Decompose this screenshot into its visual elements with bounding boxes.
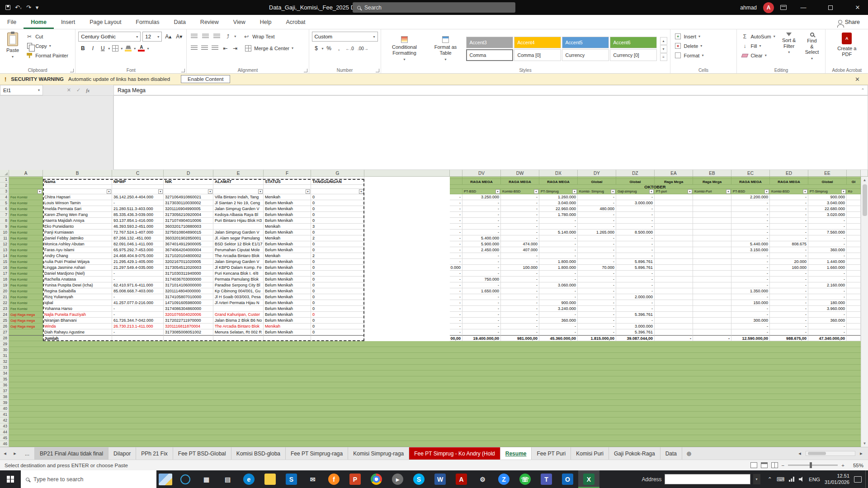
name-box[interactable]: EI1▾ bbox=[0, 85, 43, 95]
cell-tanggungan[interactable]: 0 bbox=[311, 265, 364, 271]
row-header[interactable]: 13 bbox=[0, 247, 9, 253]
select-all-corner[interactable] bbox=[0, 170, 9, 177]
cell-npwp[interactable]: 85.008.668.7-403.000 bbox=[112, 288, 164, 294]
cell-cat[interactable]: Fee Komisi bbox=[9, 194, 43, 200]
cell-npwp[interactable]: 93.137.854.1-416.000 bbox=[112, 218, 164, 224]
value-cell[interactable]: - bbox=[462, 282, 501, 288]
cell-npwp[interactable]: 82.091.046.1-411.000 bbox=[112, 241, 164, 247]
value-cell[interactable]: - bbox=[578, 312, 616, 318]
value-cell[interactable]: - bbox=[462, 212, 501, 218]
value-cell[interactable]: - bbox=[770, 329, 808, 335]
value-cell[interactable]: - bbox=[501, 282, 539, 288]
value-cell[interactable]: - bbox=[501, 253, 539, 259]
row-header[interactable]: 2 bbox=[0, 183, 9, 188]
value-cell[interactable]: - bbox=[578, 324, 616, 329]
value-cell[interactable]: - bbox=[616, 212, 655, 218]
cell-status[interactable]: Menikah bbox=[264, 224, 311, 230]
value-cell[interactable]: - bbox=[616, 194, 655, 200]
cell[interactable] bbox=[164, 185, 213, 189]
merge-center-button[interactable]: Merge & Center ▾ bbox=[243, 43, 295, 53]
value-cell[interactable] bbox=[693, 259, 731, 265]
autosum-button[interactable]: ΣAutoSum ▾ bbox=[740, 32, 776, 41]
zoom-slider[interactable] bbox=[788, 465, 838, 466]
cell-name[interactable]: Panji Kurniawan bbox=[43, 230, 112, 235]
cell[interactable] bbox=[847, 306, 861, 312]
cell-name[interactable]: Yohanna Harso bbox=[43, 306, 112, 312]
customize-qat-icon[interactable]: ▾ bbox=[36, 4, 39, 11]
cell-name[interactable]: Monica Ashley Abutan bbox=[43, 241, 112, 247]
cell-status[interactable]: Belum Menikah bbox=[264, 300, 311, 306]
ribbon-tab-file[interactable]: File bbox=[0, 15, 24, 29]
value-cell[interactable]: 5.896.761 bbox=[616, 265, 655, 271]
value-cell[interactable]: 70.000 bbox=[578, 265, 616, 271]
value-cell[interactable]: - bbox=[731, 224, 770, 230]
value-cell[interactable]: - bbox=[578, 224, 616, 230]
cell-nik[interactable]: 3173030110030002 bbox=[164, 200, 213, 206]
cell[interactable]: - bbox=[450, 306, 462, 312]
value-cell[interactable] bbox=[655, 206, 693, 212]
action-center-icon[interactable] bbox=[854, 476, 862, 483]
cell-name[interactable]: Regina Salsabilla bbox=[43, 288, 112, 294]
total-value[interactable]: 39.087.044,00 bbox=[616, 335, 655, 341]
undo-dropdown-icon[interactable]: ▾ bbox=[20, 6, 22, 10]
company-header[interactable]: RAGA MEGA bbox=[539, 179, 578, 185]
cell[interactable] bbox=[847, 282, 861, 288]
format-as-table-button[interactable]: Format as Table▾ bbox=[427, 35, 464, 62]
col-head-EC[interactable]: EC bbox=[731, 170, 770, 177]
cell[interactable]: - bbox=[450, 288, 462, 294]
cell-npwp[interactable]: 85.335.436.3-039.000 bbox=[112, 212, 164, 218]
cell-nik[interactable]: 3674014912900005 bbox=[164, 241, 213, 247]
value-cell[interactable]: 150.000 bbox=[731, 300, 770, 306]
borders-button[interactable] bbox=[111, 44, 120, 53]
value-cell[interactable] bbox=[655, 224, 693, 230]
value-cell[interactable]: - bbox=[539, 224, 578, 230]
value-cell[interactable] bbox=[655, 212, 693, 218]
sheet-tab-komisi-simprug-raga[interactable]: Komisi Simprug-raga bbox=[348, 447, 409, 460]
cell-cat[interactable]: Fee Komisi bbox=[9, 259, 43, 265]
cell-status[interactable]: Belum Menikah bbox=[264, 241, 311, 247]
confirm-entry-icon[interactable]: ✓ bbox=[76, 87, 80, 93]
value-cell[interactable]: - bbox=[539, 235, 578, 241]
value-cell[interactable]: - bbox=[770, 247, 808, 253]
cell-status[interactable]: Belum Menikah bbox=[264, 265, 311, 271]
value-cell[interactable]: - bbox=[501, 312, 539, 318]
table-header[interactable]: Nama bbox=[43, 179, 112, 185]
row-header[interactable]: 11 bbox=[0, 235, 9, 241]
cell-alamat[interactable]: Jl KBPD Dalam Komp. Fe bbox=[213, 265, 264, 271]
gallery-down-icon[interactable]: ▾ bbox=[660, 45, 667, 53]
value-cell[interactable] bbox=[693, 218, 731, 224]
value-cell[interactable]: - bbox=[462, 200, 501, 206]
page-break-view-icon[interactable] bbox=[771, 462, 778, 468]
value-cell[interactable]: - bbox=[539, 288, 578, 294]
cell-cat[interactable]: Fee Komisi bbox=[9, 200, 43, 206]
cell-status[interactable]: Belum Menikah bbox=[264, 206, 311, 212]
value-cell[interactable]: - bbox=[462, 253, 501, 259]
value-cell[interactable]: 808.675 bbox=[770, 241, 808, 247]
taskbar-clock[interactable]: 12.51 31/01/2026 bbox=[825, 473, 849, 486]
maximize-button[interactable] bbox=[820, 0, 841, 15]
cell-status[interactable]: Belum Menikah bbox=[264, 294, 311, 300]
col-head-G[interactable]: G bbox=[311, 170, 364, 177]
cell-npwp[interactable]: 41.257.077.0-216.000 bbox=[112, 300, 164, 306]
network-icon[interactable] bbox=[789, 477, 794, 482]
value-cell[interactable] bbox=[693, 212, 731, 218]
filter-button-icon[interactable]: ▾ bbox=[158, 189, 163, 194]
cell-tanggungan[interactable]: 0 bbox=[311, 282, 364, 288]
value-cell[interactable]: 3.250.000 bbox=[462, 194, 501, 200]
filter-header[interactable]: PT-puri▾ bbox=[655, 189, 693, 194]
font-size-select[interactable]: 12▾ bbox=[142, 32, 162, 42]
cell-cat[interactable]: Fee Komisi bbox=[9, 271, 43, 277]
cell-npwp[interactable]: 72.767.524.1-407.000 bbox=[112, 230, 164, 235]
value-cell[interactable]: - bbox=[539, 329, 578, 335]
font-name-select[interactable]: Century Gothic▾ bbox=[78, 32, 141, 42]
value-cell[interactable] bbox=[655, 271, 693, 277]
value-cell[interactable] bbox=[693, 200, 731, 206]
cell-status[interactable]: Belum Menikah bbox=[264, 288, 311, 294]
col-head-cut[interactable] bbox=[847, 170, 861, 177]
cell-tanggungan[interactable]: 0 bbox=[311, 329, 364, 335]
value-cell[interactable]: - bbox=[501, 294, 539, 300]
cell-tanggungan[interactable]: 0 bbox=[311, 271, 364, 277]
cell-tanggungan[interactable]: 0 bbox=[311, 300, 364, 306]
value-cell[interactable]: 474.000 bbox=[501, 241, 539, 247]
filter-button-icon[interactable]: ▾ bbox=[803, 189, 807, 194]
